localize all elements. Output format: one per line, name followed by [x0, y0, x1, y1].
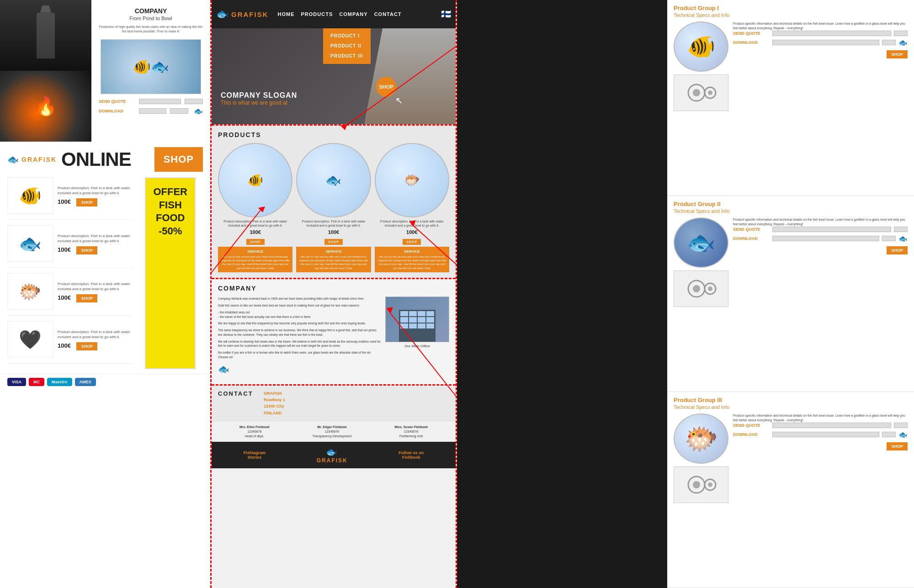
service-text-1: We can fix this service with your bowl a…: [220, 255, 290, 270]
pg-send-quote-input-2[interactable]: [772, 227, 891, 232]
nav-links: HOME PRODUCTS COMPANY CONTACT: [278, 11, 402, 17]
staff-phone-1: 12345678: [239, 429, 269, 434]
company-para-2: Gold fish seems to like our bowls best a…: [218, 303, 381, 308]
tl-download-input2[interactable]: [170, 108, 188, 114]
footer-fishtagram[interactable]: FishtagramStories: [244, 450, 266, 460]
navigation-bar: 🐟 GRAFISK HOME PRODUCTS COMPANY CONTACT …: [212, 0, 456, 28]
hero-slogan: COMPANY SLOGAN: [221, 91, 297, 100]
tl-description: Production of high quality fish bowls st…: [99, 25, 203, 34]
contact-section: CONTACT GRAFISK Roadway 112345 CityFINLA…: [212, 384, 456, 421]
tl-send-quote-input2[interactable]: [185, 99, 203, 104]
staff-card-3: Miss. Susan Fishbowl 12345678 Fishfarmin…: [394, 425, 428, 438]
pg-shop-btn-2[interactable]: SHOP: [887, 246, 908, 254]
footer-fishbook[interactable]: Follow us onFishbook: [399, 450, 424, 460]
contact-info: GRAFISK Roadway 112345 CityFINLAND: [264, 390, 285, 417]
service-box-1: SERVICE We can fix this service with you…: [218, 247, 292, 273]
contact-address: Roadway 112345 CityFINLAND: [264, 397, 285, 416]
bl-product-row-4: 🖤 Product description. Fish in a tank wi…: [7, 321, 133, 364]
pg-send-quote-input2-2[interactable]: [894, 227, 908, 232]
products-section-title: PRODUCTS: [218, 131, 449, 138]
bl-shop-btn-4[interactable]: SHOP: [76, 342, 97, 350]
service-text-3: We can fix this service with your bowl a…: [377, 255, 447, 270]
dropdown-product-3[interactable]: PRODUCT III: [330, 51, 363, 61]
pg-download-input2-2[interactable]: [882, 236, 896, 241]
bl-shop-btn-1[interactable]: SHOP: [76, 198, 97, 207]
pg-download-input2-1[interactable]: [882, 40, 896, 45]
company-para-5: The same trasparency we strive to achiev…: [218, 328, 381, 337]
nav-company[interactable]: COMPANY: [339, 11, 367, 17]
pg-send-quote-input-3[interactable]: [772, 423, 891, 428]
bl-product-row-3: 🐡 Product description. Fish in a tank wi…: [7, 273, 133, 316]
product-shop-btn-3[interactable]: SHOP: [403, 239, 421, 245]
pg-left-2: 🐟: [674, 217, 728, 387]
product-card-1: 🐠 Product description. Fish in a tank wi…: [218, 143, 292, 272]
bl-product-price-2: 100€: [58, 246, 71, 253]
staff-card-1: Mrs. Ellen Fishbowl 12345678 Head of dep…: [239, 425, 269, 438]
bl-main-content: 🐠 Product description. Fish in a tank wi…: [0, 177, 210, 374]
pg-shop-btn-1[interactable]: SHOP: [887, 50, 908, 58]
bl-product-desc-1: Product description. Fish in a tank with…: [58, 185, 133, 196]
pg-download-input2-3[interactable]: [882, 432, 896, 437]
pg-download-label-2: DOWNLOAD: [733, 236, 770, 241]
pg-shop-btn-3[interactable]: SHOP: [887, 442, 908, 450]
pg-send-quote-row-2: SEND QUOTE: [733, 227, 908, 232]
bottom-left-panel: 🐟 GRAFISK ONLINE SHOP 🐠 Product descript…: [0, 142, 210, 588]
tl-download-input[interactable]: [139, 108, 166, 114]
nav-products[interactable]: PRODUCTS: [301, 11, 333, 17]
pg-send-quote-label-1: SEND QUOTE: [733, 31, 770, 36]
pg-send-quote-row-3: SEND QUOTE: [733, 423, 908, 428]
bl-product-desc-2: Product description. Fish in a tank with…: [58, 233, 133, 244]
nav-contact[interactable]: CONTACT: [374, 11, 402, 17]
pg-desc-2: Product specific information and technic…: [733, 217, 908, 227]
dropdown-product-1[interactable]: PRODUCT I: [330, 31, 363, 41]
window-4: [426, 311, 434, 316]
product-shop-btn-2[interactable]: SHOP: [324, 239, 343, 245]
staff-name-3: Miss. Susan Fishbowl: [394, 425, 428, 429]
pg-send-quote-input2-3[interactable]: [894, 423, 908, 428]
company-content: Company fishtank was invented back in 19…: [218, 297, 449, 378]
product-price-1: 100€: [218, 229, 292, 235]
footer-fish-icon: 🐟: [317, 446, 348, 457]
product-shop-btn-1[interactable]: SHOP: [246, 239, 265, 245]
bottle-cap: [40, 5, 51, 13]
window-9: [400, 323, 408, 328]
pg-download-input-1[interactable]: [772, 40, 879, 45]
company-section: COMPANY Company fishtank was invented ba…: [212, 279, 456, 384]
pg-subtitle-1: Technical Specs and Info: [674, 12, 908, 18]
pg-send-quote-input2-1[interactable]: [894, 31, 908, 36]
pg-machine-1: [674, 74, 728, 111]
product-price-3: 100€: [375, 229, 449, 235]
pg-download-input-3[interactable]: [772, 432, 879, 437]
products-dropdown: PRODUCT I PRODUCT II PRODUCT III: [323, 28, 371, 64]
staff-card-2: Mr. Edgar Fishbowl 12345678 Transparency…: [312, 425, 351, 438]
service-title-2: SERVICE: [298, 249, 368, 254]
pg-send-quote-label-3: SEND QUOTE: [733, 423, 770, 428]
hero-text-block: COMPANY SLOGAN This is what we are good …: [221, 91, 297, 106]
staff-name-1: Mrs. Ellen Fishbowl: [239, 425, 269, 429]
bl-shop-btn-2[interactable]: SHOP: [76, 246, 97, 254]
bl-shop-btn-3[interactable]: SHOP: [76, 294, 97, 302]
bl-product-info-3: Product description. Fish in a tank with…: [58, 281, 133, 302]
bl-fish-image-2: 🐟: [7, 225, 53, 262]
bl-offer-text: OFFERFISHFOOD-50%: [153, 185, 187, 238]
bl-fish-image-3: 🐡: [7, 273, 53, 310]
service-text-2: We can fix this service with your bowl a…: [298, 255, 368, 270]
pg-download-input-2[interactable]: [772, 236, 879, 241]
nav-home[interactable]: HOME: [278, 11, 295, 17]
dropdown-product-2[interactable]: PRODUCT II: [330, 41, 363, 51]
payment-mastercard: MC: [29, 378, 44, 386]
tl-send-quote-input[interactable]: [139, 99, 181, 104]
bl-shop-button[interactable]: SHOP: [154, 147, 203, 172]
tl-company-title: COMPANY: [99, 7, 203, 15]
bl-product-row-1: 🐠 Product description. Fish in a tank wi…: [7, 177, 133, 220]
service-title-3: SERVICE: [377, 249, 447, 254]
svg-point-11: [708, 482, 712, 487]
pg-shop-row-3: SHOP: [733, 441, 908, 450]
window-3: [418, 311, 425, 316]
pg-title-3: Product Group III: [674, 397, 908, 403]
staff-title-2: Transparency Development: [312, 434, 351, 439]
bl-product-info-4: Product description. Fish in a tank with…: [58, 329, 133, 350]
hero-shop-button[interactable]: SHOP: [376, 77, 396, 97]
pg-send-quote-input-1[interactable]: [772, 31, 891, 36]
pg-send-quote-label-2: SEND QUOTE: [733, 227, 770, 232]
